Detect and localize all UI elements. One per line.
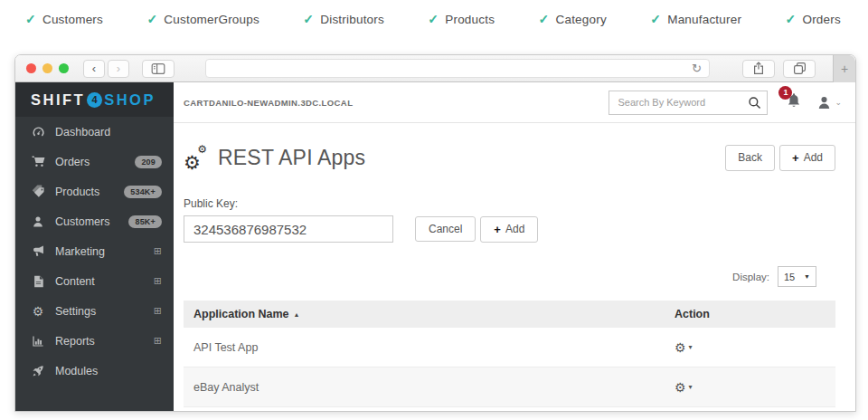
new-tab-button[interactable]: + bbox=[833, 55, 855, 82]
breadcrumb: CARTDANILO-NEWADMIN.3DC.LOCAL bbox=[184, 98, 353, 108]
display-select[interactable]: 15 ▼ bbox=[778, 266, 816, 287]
sidebar-item-label: Marketing bbox=[55, 245, 105, 258]
expand-icon[interactable]: ⊞ bbox=[154, 335, 162, 347]
ribbon-item-label: Orders bbox=[802, 13, 840, 26]
logo-text-shift: SHIFT bbox=[31, 91, 85, 109]
share-button[interactable] bbox=[742, 60, 775, 78]
notifications-button[interactable]: 1 bbox=[786, 92, 802, 113]
ribbon-item-label: CustomerGroups bbox=[164, 13, 259, 26]
sidebar-item-orders[interactable]: Orders 209 bbox=[15, 147, 174, 177]
sidebar-item-label: Orders bbox=[55, 156, 90, 168]
search-box bbox=[609, 91, 768, 115]
search-icon[interactable] bbox=[741, 96, 767, 110]
ribbon-item-label: Manufacturer bbox=[667, 13, 741, 26]
form-add-button[interactable]: +Add bbox=[480, 216, 538, 243]
sidebar-item-reports[interactable]: Reports ⊞ bbox=[15, 326, 174, 356]
back-chevron-icon: ‹ bbox=[92, 62, 96, 75]
app-name-cell: API Test App bbox=[193, 341, 675, 354]
header-actions: Back +Add bbox=[725, 145, 835, 171]
ribbon-item-label: Category bbox=[555, 13, 606, 26]
minimize-button[interactable] bbox=[42, 63, 52, 73]
gear-icon: ⚙ bbox=[675, 340, 686, 355]
plus-icon: + bbox=[494, 223, 501, 236]
check-icon: ✓ bbox=[650, 12, 661, 26]
ribbon-item-category[interactable]: ✓Category bbox=[539, 12, 607, 26]
check-icon: ✓ bbox=[539, 12, 550, 26]
tag-icon bbox=[30, 185, 46, 198]
back-nav-button[interactable]: ‹ bbox=[83, 60, 105, 78]
sidebar-item-customers[interactable]: Customers 85K+ bbox=[15, 206, 174, 236]
chevron-down-icon: ⌄ bbox=[835, 98, 842, 107]
share-icon bbox=[752, 62, 765, 75]
notification-badge: 1 bbox=[778, 86, 792, 100]
application-name-header[interactable]: Application Name ▲ bbox=[193, 308, 675, 320]
sidebar-item-dashboard[interactable]: Dashboard bbox=[15, 117, 174, 147]
user-menu-button[interactable]: ⌄ bbox=[816, 95, 842, 110]
sidebar-item-content[interactable]: Content ⊞ bbox=[15, 266, 174, 296]
sidebar-item-label: Customers bbox=[55, 215, 109, 228]
check-icon: ✓ bbox=[786, 12, 797, 26]
entity-check-ribbon: ✓Customers ✓CustomerGroups ✓Distributors… bbox=[0, 0, 868, 38]
logo-four-badge: 4 bbox=[87, 92, 102, 108]
table-row: eBay Analyst ⚙ ▾ bbox=[184, 368, 835, 407]
close-button[interactable] bbox=[26, 63, 36, 73]
chrome-right-buttons: + bbox=[742, 55, 855, 82]
plus-icon: + bbox=[841, 62, 848, 76]
document-icon bbox=[30, 275, 46, 288]
cancel-button-label: Cancel bbox=[429, 223, 462, 235]
refresh-icon[interactable]: ↻ bbox=[692, 62, 702, 74]
row-action-dropdown[interactable]: ⚙ ▾ bbox=[675, 380, 693, 395]
tab-overview-button[interactable] bbox=[783, 60, 816, 78]
sidebar-item-modules[interactable]: Modules bbox=[15, 356, 174, 386]
caret-down-icon: ▾ bbox=[689, 383, 693, 391]
public-key-input[interactable] bbox=[184, 215, 393, 243]
sidebar-toggle-icon bbox=[151, 62, 165, 75]
gears-icon: ⚙ bbox=[30, 304, 46, 319]
sidebar-item-marketing[interactable]: Marketing ⊞ bbox=[15, 236, 174, 266]
row-action-dropdown[interactable]: ⚙ ▾ bbox=[675, 340, 693, 355]
forward-nav-button[interactable]: › bbox=[108, 60, 129, 78]
logo-text-shop: SHOP bbox=[104, 91, 156, 109]
check-icon: ✓ bbox=[146, 12, 157, 26]
rest-api-gears-icon: ⚙ ⚙ bbox=[184, 146, 208, 170]
sidebar-item-label: Products bbox=[55, 186, 99, 198]
ribbon-item-customers[interactable]: ✓Customers bbox=[25, 12, 103, 26]
display-row: Display: 15 ▼ bbox=[184, 266, 835, 287]
display-label: Display: bbox=[732, 272, 769, 282]
back-button-label: Back bbox=[738, 151, 762, 164]
ribbon-item-distributors[interactable]: ✓Distributors bbox=[303, 12, 384, 26]
add-button-label: Add bbox=[804, 151, 823, 164]
sidebar-item-label: Content bbox=[55, 275, 95, 288]
sidebar-item-label: Modules bbox=[55, 365, 98, 377]
screen: ✓Customers ✓CustomerGroups ✓Distributors… bbox=[0, 0, 868, 420]
fullscreen-button[interactable] bbox=[59, 63, 69, 73]
search-input[interactable] bbox=[609, 97, 741, 108]
user-icon bbox=[816, 95, 832, 110]
ribbon-item-customergroups[interactable]: ✓CustomerGroups bbox=[146, 12, 259, 26]
cancel-button[interactable]: Cancel bbox=[415, 216, 476, 242]
ribbon-item-manufacturer[interactable]: ✓Manufacturer bbox=[650, 12, 741, 26]
ribbon-item-orders[interactable]: ✓Orders bbox=[786, 12, 841, 26]
add-app-button[interactable]: +Add bbox=[779, 145, 835, 171]
customers-count-badge: 85K+ bbox=[128, 215, 162, 228]
expand-icon[interactable]: ⊞ bbox=[154, 305, 162, 317]
check-icon: ✓ bbox=[303, 12, 314, 26]
ribbon-item-products[interactable]: ✓Products bbox=[428, 12, 495, 26]
sidebar-toggle-button[interactable] bbox=[142, 60, 175, 78]
sidebar-item-products[interactable]: Products 534K+ bbox=[15, 177, 174, 206]
back-button[interactable]: Back bbox=[725, 145, 775, 171]
bar-chart-icon bbox=[30, 335, 46, 348]
sidebar-item-label: Reports bbox=[55, 335, 95, 348]
sidebar-item-settings[interactable]: ⚙ Settings ⊞ bbox=[15, 296, 174, 326]
api-apps-table: Application Name ▲ Action API Test App ⚙… bbox=[184, 301, 835, 407]
admin-app: SHIFT 4 SHOP Dashboard Orders 209 bbox=[15, 82, 855, 412]
expand-icon[interactable]: ⊞ bbox=[154, 275, 162, 287]
cart-icon bbox=[30, 155, 46, 168]
expand-icon[interactable]: ⊞ bbox=[154, 245, 162, 257]
person-icon bbox=[30, 215, 46, 228]
sidebar: SHIFT 4 SHOP Dashboard Orders 209 bbox=[15, 82, 174, 412]
shift4shop-logo: SHIFT 4 SHOP bbox=[15, 82, 174, 117]
main-content: CARTDANILO-NEWADMIN.3DC.LOCAL 1 bbox=[174, 82, 855, 412]
address-bar[interactable]: ↻ bbox=[205, 59, 710, 78]
browser-chrome: ‹ › ↻ + bbox=[15, 55, 855, 82]
